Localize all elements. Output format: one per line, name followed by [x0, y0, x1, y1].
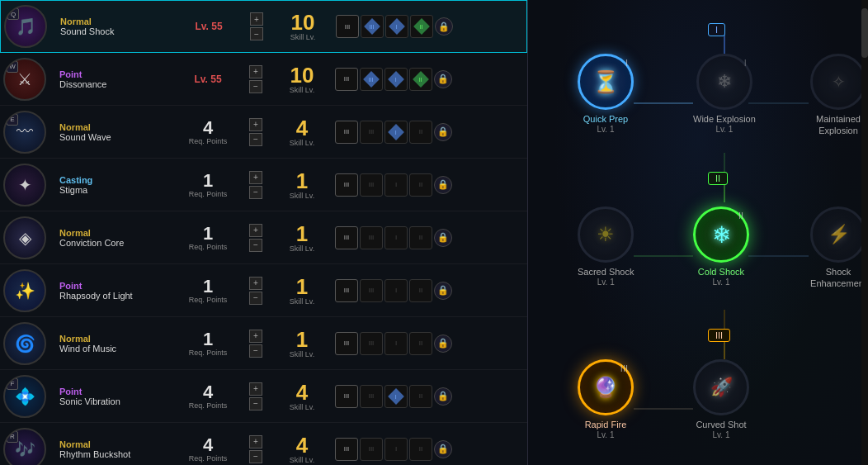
minus-btn-1[interactable]: − [249, 80, 262, 93]
skill-info-0: Normal Sound Shock [60, 17, 167, 36]
rune1-6[interactable]: III [360, 332, 383, 355]
tree-scrollbar-thumb[interactable] [861, 8, 868, 58]
key-badge-2: E [7, 114, 18, 126]
skill-info-7: Point Sonic Vibration [59, 387, 167, 406]
lock-btn-7[interactable]: 🔒 [434, 387, 452, 406]
level-lbl-3: Skill Lv. [269, 192, 335, 200]
lock-btn-6[interactable]: 🔒 [434, 335, 452, 353]
plus-btn-8[interactable]: + [249, 435, 262, 448]
sacred-shock-icon: ☀ [597, 223, 615, 246]
plus-btn-3[interactable]: + [249, 171, 262, 184]
rune3-4[interactable]: II [409, 226, 432, 249]
minus-btn-2[interactable]: − [249, 133, 262, 146]
skill-req-5: 1 Req. Points [167, 278, 249, 304]
level-lbl-0: Skill Lv. [270, 33, 336, 41]
rune1-2[interactable]: III [360, 121, 383, 144]
rune3-1[interactable]: II [409, 68, 432, 91]
node-sacred-shock[interactable]: ☀ Sacred Shock Lv. 1 [578, 206, 634, 287]
rune3-5[interactable]: II [409, 279, 432, 302]
rune1-8[interactable]: III [360, 438, 383, 461]
plus-btn-6[interactable]: + [249, 330, 262, 343]
skill-row-sound-shock[interactable]: 🎵Q Normal Sound Shock Lv. 55 +− 10 Skill… [0, 0, 527, 53]
tier-slot-2[interactable]: III [335, 121, 358, 144]
plus-btn-5[interactable]: + [249, 277, 262, 290]
rune3-0[interactable]: II [410, 15, 433, 38]
skill-row-sonic-vibration[interactable]: 💠F Point Sonic Vibration 4 Req. Points +… [0, 370, 527, 423]
lock-btn-1[interactable]: 🔒 [434, 70, 452, 88]
rune1-3[interactable]: III [360, 173, 383, 197]
rune2-7[interactable]: I [384, 385, 408, 408]
skill-row-sound-wave[interactable]: 〰E Normal Sound Wave 4 Req. Points +− 4 … [0, 106, 527, 159]
rune2-3[interactable]: I [384, 173, 408, 197]
lock-btn-8[interactable]: 🔒 [434, 440, 452, 458]
skill-row-rhythm-buckshot[interactable]: 🎶R Normal Rhythm Buckshot 4 Req. Points … [0, 423, 527, 465]
skill-row-rhapsody-of-light[interactable]: ✨ Point Rhapsody of Light 1 Req. Points … [0, 264, 527, 317]
rune2-0[interactable]: I [385, 15, 408, 38]
lock-btn-0[interactable]: 🔒 [435, 17, 453, 36]
lock-btn-2[interactable]: 🔒 [434, 123, 452, 141]
rune2-4[interactable]: I [384, 226, 408, 249]
rune3-3[interactable]: II [409, 173, 432, 197]
skill-icon-1: ⚔W [3, 58, 46, 101]
minus-btn-0[interactable]: − [250, 27, 263, 40]
level-val-5: 1 [269, 276, 335, 297]
tree-scrollbar[interactable] [861, 0, 868, 465]
level-lbl-2: Skill Lv. [269, 139, 335, 147]
rune2-2[interactable]: I [384, 121, 408, 144]
node-cold-shock[interactable]: ❄ II Cold Shock Lv. 1 [693, 206, 749, 287]
plus-btn-1[interactable]: + [249, 65, 262, 78]
tier-slot-8[interactable]: III [335, 438, 358, 461]
rune3-8[interactable]: II [409, 438, 432, 461]
rune1-7[interactable]: III [360, 385, 383, 408]
level-area-7: +− 4 Skill Lv. [249, 382, 335, 411]
minus-btn-6[interactable]: − [249, 344, 262, 358]
node-curved-shot[interactable]: 🚀 Curved Shot Lv. 1 [693, 359, 749, 439]
rune1-0[interactable]: III [361, 15, 384, 38]
tier-slot-7[interactable]: III [335, 385, 358, 408]
skill-type-6: Normal [59, 334, 167, 344]
rune2-1[interactable]: I [384, 68, 408, 91]
skill-row-conviction-core[interactable]: ◈ Normal Conviction Core 1 Req. Points +… [0, 211, 527, 264]
minus-btn-7[interactable]: − [249, 397, 262, 410]
tier-slot-5[interactable]: III [335, 279, 358, 302]
sacred-shock-label: Sacred Shock [578, 266, 634, 278]
node-quick-prep[interactable]: ⏳ I Quick Prep Lv. 1 [578, 54, 634, 134]
node-maintained-explosion[interactable]: ✧ Maintained Explosion [809, 54, 868, 137]
rune2-6[interactable]: I [384, 332, 408, 355]
rune3-6[interactable]: II [409, 332, 432, 355]
lock-btn-3[interactable]: 🔒 [434, 176, 452, 194]
skill-type-5: Point [59, 281, 167, 291]
skill-row-stigma[interactable]: ✦ Casting Stigma 1 Req. Points +− 1 Skil… [0, 159, 527, 211]
node-wide-explosion[interactable]: ❄ I Wide Explosion Lv. 1 [693, 54, 756, 134]
rune1-4[interactable]: III [360, 226, 383, 249]
plus-btn-7[interactable]: + [249, 382, 262, 396]
rune1-1[interactable]: III [360, 68, 383, 91]
rune2-8[interactable]: I [384, 438, 408, 461]
tier-slot-0[interactable]: III [336, 15, 359, 38]
tier-slot-4[interactable]: III [335, 226, 358, 249]
skill-row-wind-of-music[interactable]: 🌀 Normal Wind of Music 1 Req. Points +− … [0, 317, 527, 370]
rune2-5[interactable]: I [384, 279, 408, 302]
skill-level-1: 10 Skill Lv. [269, 64, 335, 94]
req-lbl-3: Req. Points [167, 190, 249, 198]
minus-btn-5[interactable]: − [249, 292, 262, 305]
tier-slot-3[interactable]: III [335, 173, 358, 197]
key-badge-1: W [7, 61, 18, 73]
node-shock-enhancement[interactable]: ⚡ Shock Enhancement [809, 206, 868, 290]
tier-slot-1[interactable]: III [335, 68, 358, 91]
lock-btn-5[interactable]: 🔒 [434, 282, 452, 300]
plus-btn-4[interactable]: + [249, 224, 262, 237]
rapid-fire-lv: Lv. 1 [597, 430, 615, 439]
minus-btn-8[interactable]: − [249, 450, 262, 463]
minus-btn-4[interactable]: − [249, 239, 262, 252]
plus-btn-0[interactable]: + [250, 12, 263, 26]
rune1-5[interactable]: III [360, 279, 383, 302]
skill-row-dissonance[interactable]: ⚔W Point Dissonance Lv. 55 +− 10 Skill L… [0, 53, 527, 106]
plus-btn-2[interactable]: + [249, 118, 262, 131]
tier-slot-6[interactable]: III [335, 332, 358, 355]
rune3-2[interactable]: II [409, 121, 432, 144]
minus-btn-3[interactable]: − [249, 186, 262, 199]
rune3-7[interactable]: II [409, 385, 432, 408]
node-rapid-fire[interactable]: 🔮 III Rapid Fire Lv. 1 [578, 359, 634, 439]
lock-btn-4[interactable]: 🔒 [434, 229, 452, 247]
